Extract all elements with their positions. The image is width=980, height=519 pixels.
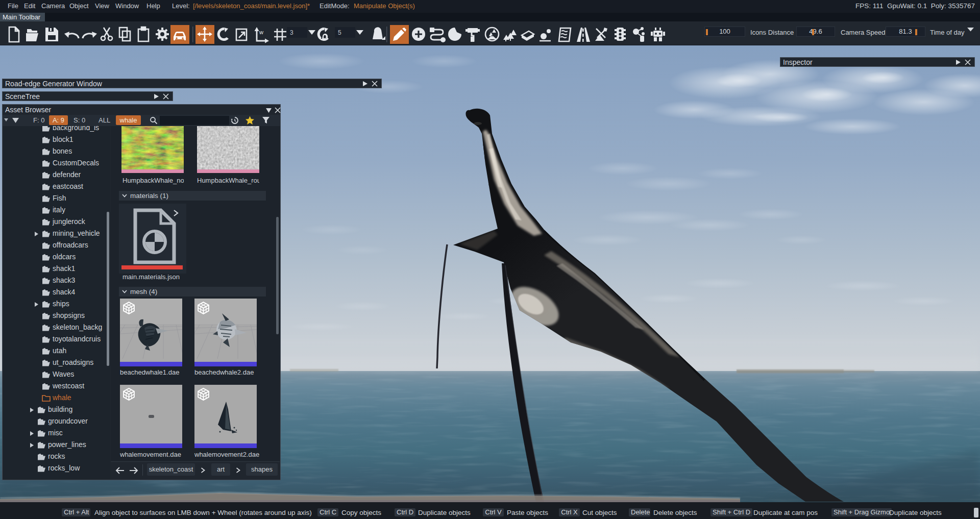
svg-text:3: 3 (290, 29, 293, 36)
svg-text:w: w (259, 29, 263, 35)
svg-text:5: 5 (338, 29, 341, 36)
